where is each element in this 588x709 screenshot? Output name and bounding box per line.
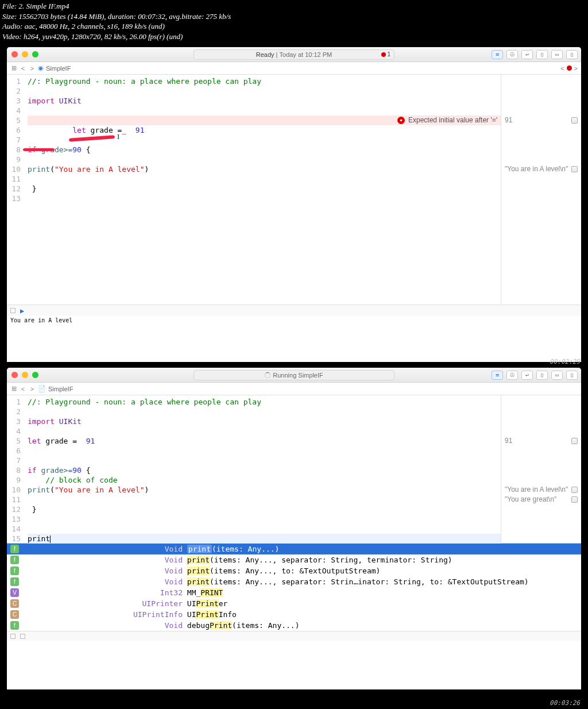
class-badge-icon: C [10, 599, 19, 608]
status-pill: Ready | Today at 10:12 PM 1 [194, 49, 394, 60]
function-badge-icon: f [10, 567, 19, 575]
titlebar: Ready | Today at 10:12 PM 1 ≡ ⦾ ↩︎ ▯ ▭ ▯ [7, 47, 581, 62]
status-pill: Running SimpleIF [194, 370, 394, 380]
function-badge-icon: f [10, 621, 19, 630]
function-badge-icon: f [10, 577, 19, 586]
breadcrumb-file-icon: 📄 [38, 385, 46, 392]
autocomplete-item[interactable]: f Void print(items: Any..., separator: S… [7, 576, 581, 587]
toggle-navigator-button[interactable]: ▯ [536, 50, 548, 59]
autocomplete-item[interactable]: f Void print(items: Any...) [7, 544, 581, 554]
toolbar-right: ≡ ⦾ ↩︎ ▯ ▭ ▯ [492, 371, 578, 380]
breadcrumb-file[interactable]: SimpleIF [48, 386, 73, 392]
results-sidebar: 91 "You are in A level\n" "You are great… [501, 395, 581, 543]
toggle-navigator-button[interactable]: ▯ [536, 371, 548, 380]
zoom-button[interactable] [32, 372, 38, 378]
quicklook-icon[interactable] [571, 117, 578, 124]
minimize-button[interactable] [22, 372, 28, 378]
media-size: Size: 15562703 bytes (14.84 MiB), durati… [2, 11, 586, 22]
toggle-console-icon[interactable] [20, 634, 25, 639]
nav-forward-icon[interactable]: > [29, 65, 36, 72]
version-editor-button[interactable]: ↩︎ [521, 371, 533, 380]
inline-error-badge[interactable]: Expected initial value after '=' [397, 115, 497, 125]
toggle-console-icon[interactable] [10, 634, 16, 639]
line-gutter: 123456789101112131415 [7, 395, 24, 543]
debug-bar [7, 631, 581, 641]
breadcrumb-error-icon[interactable] [567, 65, 572, 71]
code-comment: //: Playground - noun: a place where peo… [28, 77, 261, 86]
quicklook-icon[interactable] [571, 438, 578, 444]
media-audio: Audio: aac, 48000 Hz, 2 channels, s16, 1… [2, 21, 586, 32]
breadcrumb-file-icon: ◉ [38, 64, 44, 72]
traffic-lights [11, 51, 38, 57]
minimize-button[interactable] [22, 51, 28, 57]
close-button[interactable] [11, 372, 18, 378]
breadcrumb-bar: ⊞ < > ◉ SimpleIF < > [7, 62, 581, 75]
breadcrumb-bar: ⊞ < > 📄 SimpleIF [7, 383, 581, 395]
annotation-underline [23, 148, 55, 151]
autocomplete-item[interactable]: f Void print(items: Any..., to: &TextOut… [7, 565, 581, 576]
related-items-icon[interactable]: ⊞ [10, 386, 17, 392]
traffic-lights [11, 372, 38, 378]
status-time: Today at 10:12 PM [280, 51, 332, 58]
standard-editor-button[interactable]: ≡ [492, 50, 503, 59]
variable-badge-icon: V [10, 588, 19, 597]
assistant-editor-button[interactable]: ⦾ [506, 371, 518, 380]
code-editor[interactable]: 12345678910111213 //: Playground - noun:… [7, 75, 501, 305]
close-button[interactable] [11, 51, 18, 57]
status-error-count[interactable]: 1 [381, 51, 390, 57]
function-badge-icon: f [10, 545, 19, 553]
nav-back-icon[interactable]: < [20, 65, 26, 72]
autocomplete-item[interactable]: V Int32 MM_PRINT [7, 587, 581, 598]
quicklook-icon[interactable] [571, 166, 578, 172]
xcode-window-1: Ready | Today at 10:12 PM 1 ≡ ⦾ ↩︎ ▯ ▭ ▯… [7, 47, 581, 362]
toggle-console-icon[interactable] [10, 308, 16, 313]
spinner-icon [265, 372, 270, 378]
related-items-icon[interactable]: ⊞ [10, 65, 17, 72]
console-output: You are in A level [7, 316, 581, 333]
status-state: Ready [256, 51, 274, 58]
code-editor[interactable]: 123456789101112131415 //: Playground - n… [7, 395, 501, 543]
quicklook-icon[interactable] [571, 496, 578, 503]
quicklook-icon[interactable] [571, 487, 578, 493]
toggle-inspector-button[interactable]: ▯ [566, 371, 578, 380]
autocomplete-popup[interactable]: f Void print(items: Any...) f Void print… [7, 543, 581, 631]
function-badge-icon: f [10, 556, 19, 564]
status-state: Running SimpleIF [273, 372, 323, 379]
debug-bar: ▶ [7, 305, 581, 316]
result-value: 91 [505, 436, 512, 446]
media-file: File: 2. Simple IF.mp4 [2, 1, 586, 11]
text-cursor-icon: I [117, 132, 119, 141]
toolbar-right: ≡ ⦾ ↩︎ ▯ ▭ ▯ [492, 50, 578, 59]
play-icon[interactable]: ▶ [20, 307, 24, 315]
xcode-window-2: Running SimpleIF ≡ ⦾ ↩︎ ▯ ▭ ▯ ⊞ < > 📄 Si… [7, 368, 581, 689]
autocomplete-item[interactable]: f Void debugPrint(items: Any...) [7, 620, 581, 631]
nav-back-icon[interactable]: < [20, 386, 26, 392]
result-value: 91 [505, 115, 512, 125]
typed-input: print [28, 534, 50, 543]
result-value: "You are great\n" [505, 495, 556, 504]
autocomplete-item[interactable]: C UIPrintInfo UIPrintInfo [7, 609, 581, 620]
line-gutter: 12345678910111213 [7, 75, 24, 305]
video-timestamp: 00:03:26 [550, 699, 580, 707]
media-video: Video: h264, yuv420p, 1280x720, 82 kb/s,… [2, 32, 586, 42]
toggle-debug-button[interactable]: ▭ [551, 371, 563, 380]
toggle-inspector-button[interactable]: ▯ [566, 50, 578, 59]
assistant-editor-button[interactable]: ⦾ [506, 50, 518, 59]
standard-editor-button[interactable]: ≡ [492, 371, 503, 380]
result-value: "You are in A level\n" [505, 485, 568, 495]
version-editor-button[interactable]: ↩︎ [521, 50, 533, 59]
media-info-block: File: 2. Simple IF.mp4 Size: 15562703 by… [0, 0, 588, 43]
result-value: "You are in A level\n" [505, 164, 568, 174]
video-timestamp: 00:02:29 [550, 358, 580, 365]
autocomplete-item[interactable]: C UIPrinter UIPrinter [7, 598, 581, 609]
results-sidebar: 91 "You are in A level\n" [501, 75, 581, 305]
nav-forward-icon[interactable]: > [29, 386, 36, 392]
autocomplete-item[interactable]: f Void print(items: Any..., separator: S… [7, 554, 581, 565]
text-cursor [50, 535, 51, 543]
toggle-debug-button[interactable]: ▭ [551, 50, 563, 59]
breadcrumb-file[interactable]: SimpleIF [46, 65, 71, 72]
titlebar: Running SimpleIF ≡ ⦾ ↩︎ ▯ ▭ ▯ [7, 368, 581, 383]
zoom-button[interactable] [32, 51, 38, 57]
class-badge-icon: C [10, 610, 19, 619]
